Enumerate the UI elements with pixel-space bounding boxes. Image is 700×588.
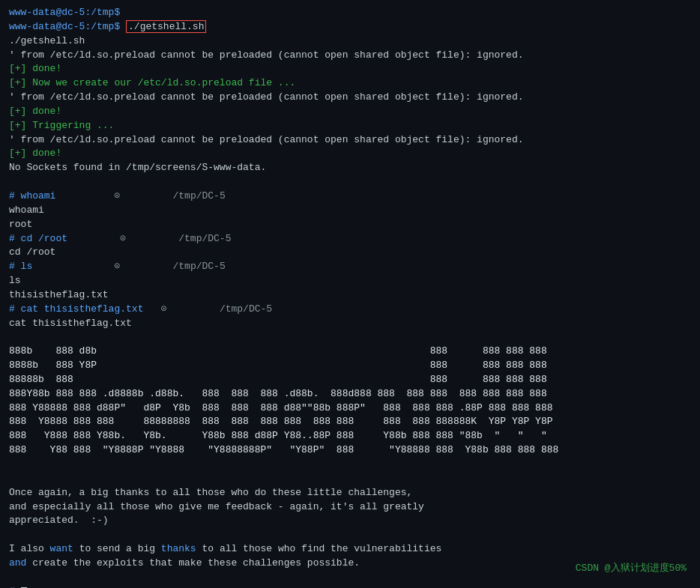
ls-cmd: ls xyxy=(9,274,691,288)
whoami-prompt: # whoami ⊙ /tmp/DC-5 xyxy=(9,190,691,204)
vuln-text-1: I also xyxy=(9,543,50,554)
ls-prompt: # ls ⊙ /tmp/DC-5 xyxy=(9,260,691,274)
watermark-dim-4: ⊙ /tmp/DC-5 xyxy=(143,303,272,315)
output-5: ' from /etc/ld.so.preload cannot be prel… xyxy=(9,91,691,105)
thanks-line-3: appreciated. :-) xyxy=(9,514,691,528)
vuln-text-2: to send a big xyxy=(73,543,161,554)
vuln-line-1: I also want to send a big thanks to all … xyxy=(9,542,691,557)
cd-prompt: # cd /root ⊙ /tmp/DC-5 xyxy=(9,232,691,246)
output-2: ' from /etc/ld.so.preload cannot be prel… xyxy=(9,49,691,63)
initial-prompt-line: www-data@dc-5:/tmp$ xyxy=(9,6,691,20)
output-6: [+] done! xyxy=(9,105,691,119)
thanks-line-2: and especially all those who give me fee… xyxy=(9,500,691,515)
vuln-want: want xyxy=(50,543,73,554)
vuln-and: and xyxy=(9,557,26,569)
root-prompt-1: # whoami xyxy=(9,190,55,201)
blank-3 xyxy=(9,458,691,472)
prompt2: www-data@dc-5:/tmp$ xyxy=(9,21,126,32)
blank-5 xyxy=(9,528,691,542)
vuln-text-4: create the exploits that make these chal… xyxy=(26,557,360,569)
blank-1 xyxy=(9,175,691,190)
command-highlight: ./getshell.sh xyxy=(126,20,206,33)
root-prompt-4: # cat thisistheflag.txt xyxy=(9,303,143,315)
ascii-line-7: 888 Y888 888 Y88b. Y8b. Y88b 888 d88P Y8… xyxy=(9,429,691,443)
cat-prompt: # cat thisistheflag.txt ⊙ /tmp/DC-5 xyxy=(9,303,691,317)
final-prompt-line: # xyxy=(9,585,691,588)
cd-cmd: cd /root xyxy=(9,246,691,260)
output-7: [+] Triggering ... xyxy=(9,119,691,133)
watermark-dim-3: ⊙ /tmp/DC-5 xyxy=(32,261,225,272)
ascii-line-5: 888 Y88888 888 d88P" d8P Y8b 888 888 888… xyxy=(9,401,691,416)
ascii-line-4: 888Y88b 888 888 .d8888b .d88b. 888 888 8… xyxy=(9,387,691,401)
ascii-line-8: 888 Y88 888 "Y8888P "Y8888 "Y8888888P" "… xyxy=(9,443,691,458)
thanks-line-1: Once again, a big thanks to all those wh… xyxy=(9,486,691,500)
output-10: No Sockets found in /tmp/screens/S-www-d… xyxy=(9,161,691,175)
ascii-line-2: 8888b 888 Y8P 888 888 888 888 xyxy=(9,359,691,373)
root-prompt-3: # ls xyxy=(9,261,32,272)
output-1: ./getshell.sh xyxy=(9,34,691,49)
terminal-window: www-data@dc-5:/tmp$ www-data@dc-5:/tmp$ … xyxy=(0,0,700,588)
watermark-dim-2: ⊙ /tmp/DC-5 xyxy=(67,233,231,244)
final-prompt: # xyxy=(9,586,21,588)
watermark-dim-1: ⊙ /tmp/DC-5 xyxy=(55,190,225,201)
output-8: ' from /etc/ld.so.preload cannot be prel… xyxy=(9,133,691,148)
ls-output: thisistheflag.txt xyxy=(9,288,691,303)
root-prompt-2: # cd /root xyxy=(9,233,67,244)
ascii-line-1: 888b 888 d8b 888 888 888 888 xyxy=(9,345,691,359)
blank-4 xyxy=(9,472,691,486)
whoami-output: root xyxy=(9,218,691,232)
ascii-line-6: 888 Y8888 888 888 88888888 888 888 888 8… xyxy=(9,415,691,429)
output-4: [+] Now we create our /etc/ld.so.preload… xyxy=(9,76,691,91)
cmd-line: www-data@dc-5:/tmp$ ./getshell.sh xyxy=(9,20,691,34)
output-9: [+] done! xyxy=(9,147,691,161)
output-3: [+] done! xyxy=(9,62,691,76)
prompt: www-data@dc-5:/tmp$ xyxy=(9,7,120,18)
ascii-line-3: 88888b 888 888 888 888 888 xyxy=(9,373,691,387)
vuln-thanks: thanks xyxy=(161,543,196,554)
cat-cmd: cat thisistheflag.txt xyxy=(9,317,691,331)
blank-2 xyxy=(9,330,691,345)
watermark: CSDN @入狱计划进度50% xyxy=(576,561,687,575)
vuln-text-3: to all those who find the vulnerabilitie… xyxy=(196,543,442,554)
whoami-cmd: whoami xyxy=(9,204,691,218)
